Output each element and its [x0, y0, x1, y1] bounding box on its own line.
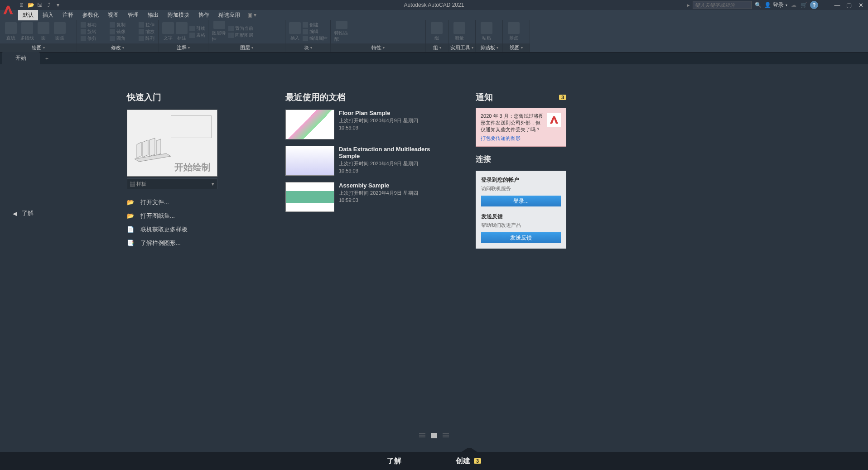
close-button[interactable]: ✕ — [856, 0, 865, 10]
menu-item-9[interactable]: 精选应用 — [214, 10, 245, 20]
view-list-icon[interactable] — [419, 433, 425, 438]
ribbon-btn-直线[interactable]: 直线 — [4, 21, 18, 43]
ribbon-btn-粘贴[interactable]: 粘贴 — [479, 21, 494, 43]
ribbon-btn-置为当前[interactable]: 置为当前 — [228, 25, 256, 32]
exchange-icon[interactable]: ☁ — [790, 1, 797, 9]
start-link-3[interactable]: 📑了解样例图形... — [127, 236, 236, 250]
notification-text: 2020 年 3 月：您曾试过将图形文件发送到公司外部，但仅通知某些文件丢失了吗… — [481, 113, 544, 132]
recent-item-0[interactable]: Floor Plan Sample上次打开时间 2020年4月9日 星期四10:… — [285, 110, 439, 139]
feedback-button[interactable]: 发送反馈 — [481, 232, 561, 243]
recent-item-2[interactable]: Assembly Sample上次打开时间 2020年4月9日 星期四10:59… — [285, 182, 439, 212]
notification-count-badge: 3 — [559, 95, 566, 100]
search-input[interactable] — [693, 1, 752, 9]
login-card-title: 登录到您的帐户 — [481, 176, 561, 184]
file-icon: 📂 — [127, 199, 136, 206]
bottom-learn-tab[interactable]: 了解 — [387, 456, 401, 466]
learn-nav-button[interactable]: ◀ 了解 — [13, 209, 34, 217]
ribbon-btn-编辑属性[interactable]: 编辑属性 — [303, 35, 330, 42]
template-dropdown[interactable]: ▦ 样板 ▾ — [127, 178, 217, 189]
ribbon-btn-插入[interactable]: 插入 — [289, 21, 301, 43]
connect-heading: 连接 — [476, 154, 566, 164]
ribbon-btn-修剪[interactable]: 修剪 — [81, 35, 108, 42]
ribbon-btn-圆角[interactable]: 圆角 — [110, 35, 137, 42]
ribbon-panel-label[interactable]: 绘图 — [0, 43, 77, 52]
start-link-label: 了解样例图形... — [140, 239, 181, 247]
start-link-label: 联机获取更多样板 — [140, 225, 188, 234]
menu-item-3[interactable]: 参数化 — [78, 10, 103, 20]
menu-item-0[interactable]: 默认 — [18, 10, 38, 20]
start-drawing-tile[interactable]: 开始绘制 — [127, 110, 217, 177]
ribbon-panel-label[interactable]: 实用工具 — [448, 43, 475, 52]
maximize-button[interactable]: ▢ — [844, 0, 854, 10]
start-link-0[interactable]: 📂打开文件... — [127, 196, 236, 209]
recent-meta: 上次打开时间 2020年4月9日 星期四 — [339, 160, 439, 167]
recent-item-1[interactable]: Data Extraction and Multileaders Sample上… — [285, 146, 439, 176]
file-icon: 📑 — [127, 240, 136, 247]
ribbon-btn-圆[interactable]: 圆 — [36, 21, 51, 43]
notification-link[interactable]: 打包要传递的图形 — [481, 135, 561, 142]
signin-button[interactable]: 登录... — [481, 196, 561, 206]
start-link-2[interactable]: 📄联机获取更多样板 — [127, 223, 236, 236]
ribbon-btn-移动[interactable]: 移动 — [81, 22, 108, 28]
learn-nav-label: 了解 — [22, 209, 34, 217]
qat-dropdown-icon[interactable]: ▾ — [54, 1, 62, 9]
ribbon-btn-标注[interactable]: 标注 — [176, 21, 188, 43]
menu-overflow-icon[interactable]: ▣ ▾ — [245, 12, 256, 18]
minimize-button[interactable]: — — [833, 0, 842, 10]
menu-item-8[interactable]: 协作 — [194, 10, 214, 20]
cart-icon[interactable]: 🛒 — [800, 1, 807, 9]
ribbon-btn-基点[interactable]: 基点 — [506, 21, 521, 43]
ribbon-panel-label[interactable]: 组 — [426, 43, 448, 52]
ribbon-btn-多段线[interactable]: 多段线 — [20, 21, 34, 43]
menu-item-4[interactable]: 视图 — [103, 10, 123, 20]
menu-item-6[interactable]: 输出 — [143, 10, 163, 20]
start-link-label: 打开文件... — [140, 198, 169, 206]
view-detail-icon[interactable] — [431, 433, 437, 438]
help-button[interactable]: ? — [810, 1, 818, 9]
ribbon-btn-复制[interactable]: 复制 — [110, 22, 137, 28]
active-page-notch-icon — [460, 448, 478, 453]
new-icon[interactable]: 🗎 — [18, 1, 25, 9]
search-trigger-icon[interactable]: ▸ — [687, 2, 690, 8]
recent-meta2: 10:59:03 — [339, 197, 418, 203]
ribbon-btn-文字[interactable]: 文字 — [162, 21, 174, 43]
ribbon-btn-圆弧[interactable]: 圆弧 — [53, 21, 67, 43]
menu-item-2[interactable]: 注释 — [58, 10, 78, 20]
ribbon-btn-特性匹配[interactable]: 特性匹配 — [334, 21, 349, 43]
ribbon-panel-label[interactable]: 图层 — [208, 43, 285, 52]
file-icon: 📂 — [127, 212, 136, 220]
notification-card[interactable]: 2020 年 3 月：您曾试过将图形文件发送到公司外部，但仅通知某些文件丢失了吗… — [476, 108, 566, 147]
ribbon-btn-镜像[interactable]: 镜像 — [110, 29, 137, 35]
ribbon-btn-组[interactable]: 组 — [429, 21, 444, 43]
ribbon-panel-label[interactable]: 剪贴板 — [476, 43, 502, 52]
start-link-1[interactable]: 📂打开图纸集... — [127, 209, 236, 223]
ribbon-panel-label[interactable]: 修改 — [77, 43, 158, 52]
login-button[interactable]: 👤 登录 ▾ — [764, 1, 787, 9]
share-icon[interactable]: ⤴ — [45, 1, 53, 9]
bottom-create-tab[interactable]: 创建 3 — [456, 456, 481, 466]
ribbon-panel-label[interactable]: 特性 — [331, 43, 425, 52]
tab-start[interactable]: 开始 — [2, 52, 40, 64]
menu-item-5[interactable]: 管理 — [123, 10, 143, 20]
view-grid-icon[interactable] — [443, 433, 449, 438]
login-label: 登录 — [773, 1, 784, 9]
search-icon[interactable]: 🔍 — [754, 1, 762, 9]
menu-item-7[interactable]: 附加模块 — [163, 10, 194, 20]
ribbon-btn-旋转[interactable]: 旋转 — [81, 29, 108, 35]
ribbon-panel-修改: 移动旋转修剪复制镜像圆角拉伸缩放阵列修改 — [77, 20, 159, 52]
ribbon-btn-编辑[interactable]: 编辑 — [303, 29, 330, 35]
ribbon-btn-匹配图层[interactable]: 匹配图层 — [228, 32, 256, 38]
menu-item-1[interactable]: 插入 — [38, 10, 58, 20]
app-logo[interactable] — [0, 0, 16, 20]
ribbon-panel-label[interactable]: 注释 — [159, 43, 208, 52]
recent-title: Floor Plan Sample — [339, 110, 418, 116]
open-icon[interactable]: 📂 — [27, 1, 34, 9]
ribbon-btn-图层特性[interactable]: 图层特性 — [212, 21, 227, 43]
tab-add-button[interactable]: + — [41, 53, 53, 64]
quickstart-heading: 快速入门 — [127, 91, 236, 103]
save-icon[interactable]: 🖫 — [36, 1, 43, 9]
ribbon-panel-label[interactable]: 视图 — [503, 43, 530, 52]
ribbon-btn-测量[interactable]: 测量 — [452, 21, 467, 43]
ribbon-panel-label[interactable]: 块 — [285, 43, 330, 52]
ribbon-btn-创建[interactable]: 创建 — [303, 22, 330, 28]
